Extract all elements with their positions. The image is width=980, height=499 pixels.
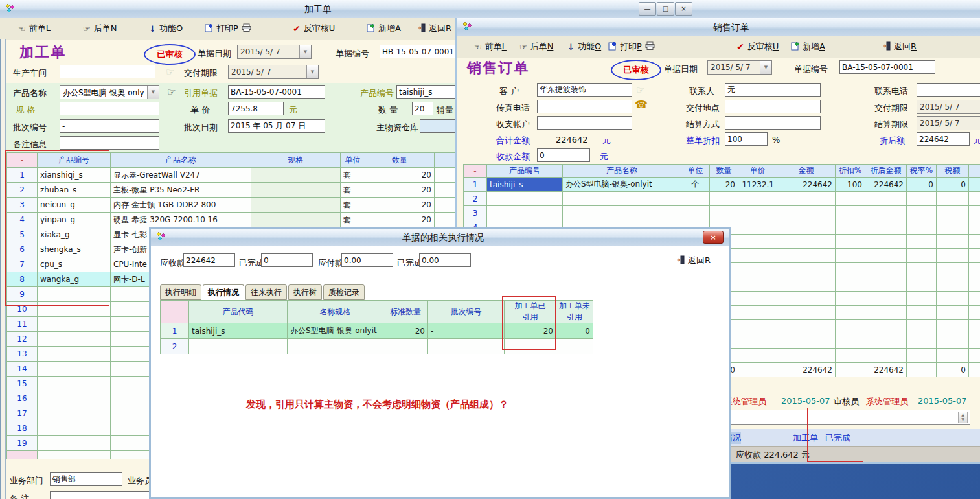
cell[interactable] [969, 277, 980, 292]
cell[interactable] [383, 339, 428, 354]
cell[interactable] [710, 206, 738, 220]
cell[interactable] [865, 334, 907, 349]
fax-input[interactable] [537, 100, 632, 113]
column-header[interactable]: 数量 [365, 153, 435, 168]
warehouse-input[interactable] [420, 119, 459, 133]
cell[interactable]: taishiji_s [487, 178, 563, 192]
spec-input[interactable] [60, 102, 159, 115]
prev-doc-button[interactable]: ☜前单L [474, 41, 507, 52]
cell[interactable]: 0 [937, 178, 969, 192]
receivable-input[interactable] [183, 253, 235, 267]
cell[interactable] [38, 406, 111, 421]
cell[interactable] [937, 206, 969, 220]
done2-input[interactable] [419, 253, 471, 267]
contact-input[interactable] [725, 83, 821, 97]
cell[interactable]: 1 [161, 323, 189, 339]
cell[interactable]: 套 [341, 183, 365, 198]
cell[interactable]: 硬盘-希捷 320G 7200.10 16 [111, 213, 251, 227]
discount-input[interactable] [725, 132, 768, 146]
cell[interactable] [865, 306, 907, 320]
cell[interactable] [969, 192, 980, 206]
cell[interactable]: 20 [365, 183, 435, 198]
table-row[interactable]: 3 [464, 206, 980, 220]
cell[interactable] [969, 178, 980, 192]
cell[interactable] [969, 220, 980, 235]
product-code-input[interactable] [396, 85, 458, 99]
column-header[interactable]: 单价 [738, 165, 777, 178]
cell[interactable]: 20 [365, 168, 435, 183]
cell[interactable] [738, 277, 777, 292]
cell[interactable]: 1 [464, 178, 487, 192]
cell[interactable] [937, 192, 969, 206]
column-header[interactable]: 规格 [251, 153, 341, 168]
cell[interactable] [38, 391, 111, 406]
cell[interactable] [251, 198, 341, 213]
maximize-button[interactable]: □ [657, 2, 674, 16]
next-doc-button[interactable]: ☞后单N [519, 41, 553, 52]
add-button[interactable]: 新增A [367, 23, 401, 34]
cell[interactable]: 3 [464, 206, 487, 220]
cell[interactable] [251, 168, 341, 183]
close-button[interactable]: × [675, 2, 692, 16]
cell[interactable] [907, 206, 937, 220]
cell[interactable] [777, 306, 836, 320]
cell[interactable] [777, 277, 836, 292]
cell[interactable]: 20 [383, 323, 428, 339]
cell[interactable] [738, 263, 777, 277]
cell[interactable] [907, 306, 937, 320]
cell[interactable] [836, 192, 865, 206]
cell[interactable] [738, 306, 777, 320]
cell[interactable] [836, 320, 865, 334]
cell[interactable] [38, 421, 111, 436]
cell[interactable] [777, 206, 836, 220]
cell[interactable]: 15 [7, 377, 38, 391]
qty-input[interactable] [412, 102, 433, 115]
cell[interactable] [969, 235, 980, 249]
doc-no-input[interactable] [380, 45, 464, 58]
cell[interactable] [969, 249, 980, 263]
cell[interactable] [937, 334, 969, 349]
cell[interactable] [937, 277, 969, 292]
cell[interactable] [681, 192, 710, 206]
cell[interactable]: 13 [7, 347, 38, 362]
column-header[interactable]: 税率% [907, 165, 937, 178]
column-header[interactable]: 折扣% [836, 165, 865, 178]
discounted-input[interactable] [917, 132, 970, 146]
column-header[interactable]: 加工单未引用 [556, 301, 593, 323]
column-header[interactable]: 批次编号 [428, 301, 505, 323]
cell[interactable] [738, 292, 777, 306]
cell[interactable] [777, 320, 836, 334]
cell[interactable] [937, 235, 969, 249]
cell[interactable] [738, 192, 777, 206]
cell[interactable]: 20 [710, 178, 738, 192]
cell[interactable] [937, 263, 969, 277]
cell[interactable] [907, 249, 937, 263]
cell[interactable] [836, 349, 865, 363]
dialog-titlebar[interactable]: 单据的相关执行情况 × [151, 229, 729, 246]
column-header[interactable]: 产品代码 [189, 301, 288, 323]
cell[interactable]: 100 [836, 178, 865, 192]
add-button[interactable]: 新增A [791, 41, 825, 52]
function-button[interactable]: ↓功能O [567, 41, 601, 52]
column-header[interactable]: 折后金额 [865, 165, 907, 178]
cell[interactable] [38, 362, 111, 377]
doc-no-input[interactable] [839, 60, 935, 74]
cell[interactable] [907, 235, 937, 249]
table-row[interactable]: 2 [464, 192, 980, 206]
cell[interactable] [251, 213, 341, 227]
spinner-control[interactable]: ▲▼ [958, 412, 968, 423]
cell[interactable] [836, 235, 865, 249]
column-header[interactable]: 标准数量 [383, 301, 428, 323]
cell[interactable] [907, 263, 937, 277]
cell[interactable] [487, 206, 563, 220]
column-header[interactable]: 单位 [681, 165, 710, 178]
cell[interactable] [937, 320, 969, 334]
cell[interactable] [907, 334, 937, 349]
cell[interactable]: 17 [7, 406, 38, 421]
customer-input[interactable] [537, 83, 632, 97]
cell[interactable] [907, 192, 937, 206]
back-button[interactable]: 返回R [418, 23, 451, 34]
cell[interactable] [738, 249, 777, 263]
cell[interactable]: 20 [365, 213, 435, 227]
cell[interactable] [777, 220, 836, 235]
